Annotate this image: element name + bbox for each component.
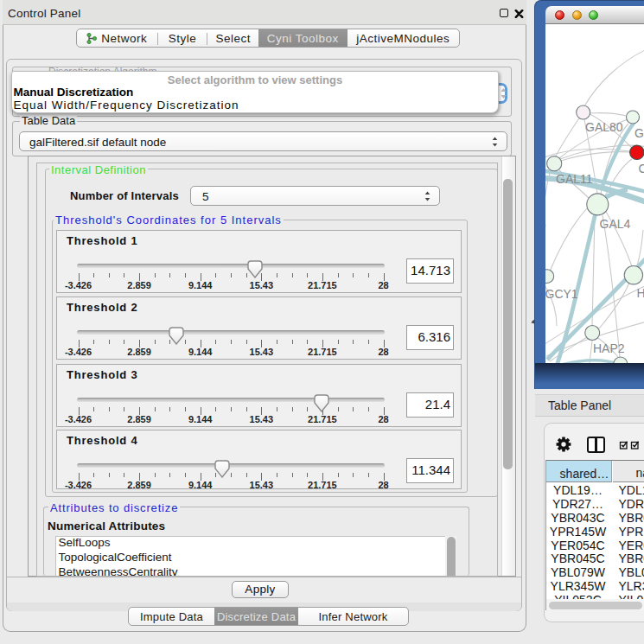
svg-text:HAP2: HAP2: [593, 341, 625, 355]
svg-text:GAL4: GAL4: [600, 217, 631, 231]
svg-text:GA: GA: [634, 126, 644, 140]
svg-text:H: H: [637, 286, 644, 300]
svg-text:GCY1: GCY1: [545, 287, 578, 301]
svg-text:GAL80: GAL80: [585, 120, 623, 134]
svg-text:C: C: [639, 162, 644, 175]
svg-text:GAL11: GAL11: [556, 172, 593, 186]
